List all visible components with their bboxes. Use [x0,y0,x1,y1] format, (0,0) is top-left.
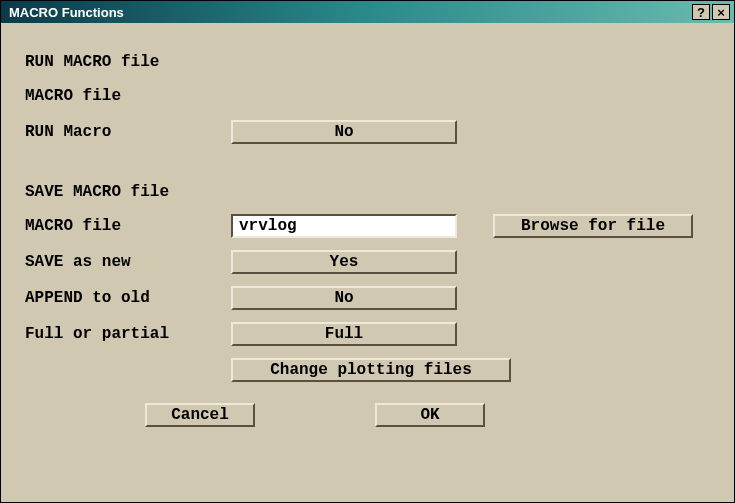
ok-button[interactable]: OK [375,403,485,427]
window-title: MACRO Functions [5,5,690,20]
titlebar: MACRO Functions ? × [1,1,734,23]
append-toggle[interactable]: No [231,286,457,310]
append-value: No [334,289,353,307]
full-partial-value: Full [325,325,363,343]
run-macro-file-row: MACRO file [25,83,710,109]
save-as-new-row: SAVE as new Yes [25,249,710,275]
change-plotting-files-label: Change plotting files [270,361,472,379]
run-macro-heading: RUN MACRO file [25,53,710,71]
run-macro-value: No [334,123,353,141]
help-icon[interactable]: ? [692,4,710,20]
cancel-button[interactable]: Cancel [145,403,255,427]
save-macro-file-label: MACRO file [25,217,231,235]
browse-file-label: Browse for file [521,217,665,235]
append-label: APPEND to old [25,289,231,307]
run-macro-file-label: MACRO file [25,87,231,105]
save-as-new-toggle[interactable]: Yes [231,250,457,274]
save-macro-heading: SAVE MACRO file [25,183,710,201]
full-partial-toggle[interactable]: Full [231,322,457,346]
save-as-new-value: Yes [330,253,359,271]
change-plot-row: Change plotting files [25,357,710,383]
run-macro-toggle[interactable]: No [231,120,457,144]
client-area: RUN MACRO file MACRO file RUN Macro No S… [1,23,734,502]
macro-file-value: vrvlog [239,217,297,235]
run-macro-label: RUN Macro [25,123,231,141]
full-partial-row: Full or partial Full [25,321,710,347]
append-row: APPEND to old No [25,285,710,311]
save-macro-file-row: MACRO file vrvlog Browse for file [25,213,710,239]
full-partial-label: Full or partial [25,325,231,343]
browse-file-button[interactable]: Browse for file [493,214,693,238]
save-as-new-label: SAVE as new [25,253,231,271]
footer: Cancel OK [25,403,710,427]
dialog-window: MACRO Functions ? × RUN MACRO file MACRO… [0,0,735,503]
macro-file-input[interactable]: vrvlog [231,214,457,238]
cancel-label: Cancel [171,406,229,424]
ok-label: OK [420,406,439,424]
close-icon[interactable]: × [712,4,730,20]
change-plotting-files-button[interactable]: Change plotting files [231,358,511,382]
run-macro-row: RUN Macro No [25,119,710,145]
